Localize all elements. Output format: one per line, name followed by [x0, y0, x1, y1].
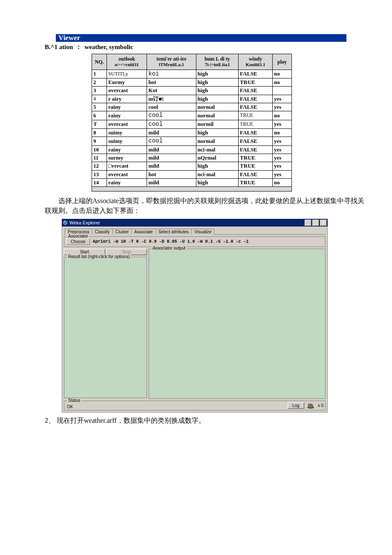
column-header: outlookn>=>rniii31 — [107, 54, 147, 70]
cell-hum: normal — [196, 137, 239, 146]
cell-no: 8 — [92, 129, 107, 137]
cell-no: 4 — [92, 95, 107, 103]
table-row: TovercastcoolnormilTRUEyes — [92, 120, 292, 129]
status-bar: Status OK Log x 0 — [64, 401, 326, 410]
cell-outlook: rainy — [107, 103, 147, 111]
cell-outlook: SUTITLy — [107, 70, 147, 78]
relation-heading: B.^1 ation：weather, symbolic — [45, 43, 366, 51]
cell-no: 10 — [92, 145, 107, 154]
table-row: 12□vercastmildhighTRUEyes — [92, 162, 292, 170]
cell-windy: FALSE — [239, 87, 273, 95]
table-row: 2EurmyhothighTRUEno — [92, 78, 292, 87]
weka-app-icon — [63, 220, 68, 225]
table-spacer — [92, 187, 292, 192]
cell-play: yes — [273, 162, 292, 170]
table-row: 4r airym订■!highFALSEyes — [92, 95, 292, 103]
cell-hum: nQrmal — [196, 154, 239, 162]
cell-temp: cool — [147, 137, 196, 146]
log-button[interactable]: Log — [288, 402, 304, 409]
instruction-paragraph: 选择上端的Associate选项页，即数据挖掘中的关联规则挖掘选项，此处要做的是… — [45, 196, 366, 215]
cell-temp: koi — [147, 70, 196, 78]
result-list-panel[interactable]: Result list (right-click for options) — [64, 257, 147, 398]
column-header: play — [273, 54, 292, 70]
weka-tabbar: PreprocessClassifyClusterAssociateSelect… — [64, 228, 326, 235]
status-legend: Status — [67, 398, 81, 403]
step2-text: 现在打开weather.arff，数据集中的类别换成数字。 — [57, 417, 205, 424]
cell-temp: mild — [147, 154, 196, 162]
cell-no: 3 — [92, 87, 107, 95]
cell-temp: mild — [147, 129, 196, 137]
cell-outlook: surmy — [107, 154, 147, 162]
cell-no: 1 — [92, 70, 107, 78]
cell-hum: nci-mal — [196, 170, 239, 178]
cell-no: 12 — [92, 162, 107, 170]
cell-hum: normal — [196, 111, 239, 120]
weka-explorer-window: Weka Explorer _ □ × PreprocessClassifyCl… — [62, 219, 328, 413]
associator-legend: Associator — [67, 234, 89, 238]
cell-temp: hot — [147, 170, 196, 178]
cell-outlook: suimy — [107, 137, 147, 146]
cell-outlook: rainy — [107, 111, 147, 120]
cell-play — [273, 87, 292, 95]
cell-no: 13 — [92, 170, 107, 178]
result-list-legend: Result list (right-click for options) — [67, 254, 131, 259]
column-header: NQ. — [92, 54, 107, 70]
associator-fieldset: Associator Choose Apriori -W 10 -T 0 -C … — [64, 236, 326, 247]
cell-outlook: □vercast — [107, 162, 147, 170]
cell-temp: mild — [147, 178, 196, 186]
cell-temp: mild — [147, 162, 196, 170]
tab-select-attributes[interactable]: Select attributes — [156, 229, 192, 235]
cell-windy: FALSE — [239, 95, 273, 103]
cell-hum: nci-mal — [196, 145, 239, 154]
cell-windy: FALSE — [239, 145, 273, 154]
cell-windy: TRUE — [239, 78, 273, 87]
cell-hum: high — [196, 162, 239, 170]
cell-hum: high — [196, 78, 239, 87]
table-row: 8suimymildhighFALSEno — [92, 129, 292, 137]
step2-paragraph: 2、现在打开weather.arff，数据集中的类别换成数字。 — [45, 416, 366, 425]
cell-no: 5 — [92, 103, 107, 111]
cell-windy: FALSE — [239, 129, 273, 137]
cell-play: yes — [273, 95, 292, 103]
table-row: 6rainycoolnormalTRUEno — [92, 111, 292, 120]
table-row: 1SUTITLykoihighFALSEno — [92, 70, 292, 78]
cell-no: 9 — [92, 137, 107, 146]
heading-right: weather, symbolic — [84, 44, 133, 50]
algorithm-text[interactable]: Apriori -W 10 -T 0 -C 0.9 -D 0.05 -U 1.0… — [92, 239, 248, 244]
output-legend: Associator output — [151, 246, 187, 250]
cell-windy: FALSE — [239, 70, 273, 78]
cell-windy: FALSE — [239, 170, 273, 178]
tab-visualize[interactable]: Visualize — [191, 229, 214, 235]
cell-outlook: overcast — [107, 120, 147, 129]
output-textarea[interactable] — [149, 249, 326, 399]
tab-classify[interactable]: Classify — [92, 229, 113, 235]
cell-temp: cool — [147, 111, 196, 120]
cell-outlook: overcast — [107, 170, 147, 178]
tab-associate[interactable]: Associate — [131, 229, 156, 235]
cell-outlook: r airy — [107, 95, 147, 103]
cell-outlook: rainy — [107, 178, 147, 186]
table-row: 10rainymildnci-malFALSEyes — [92, 145, 292, 154]
cell-no: T — [92, 120, 107, 129]
minimize-button[interactable]: _ — [305, 220, 311, 226]
close-button[interactable]: × — [320, 220, 327, 226]
table-row: 14rainymildhighTRUEno — [92, 178, 292, 186]
cell-hum: high — [196, 95, 239, 103]
cell-temp: mild — [147, 145, 196, 154]
cell-outlook: rainy — [107, 145, 147, 154]
maximize-button[interactable]: □ — [312, 220, 319, 226]
svg-point-4 — [308, 404, 308, 404]
choose-button[interactable]: Choose — [66, 238, 90, 245]
cell-outlook: Eurmy — [107, 78, 147, 87]
cell-hum: high — [196, 129, 239, 137]
cell-hum: normal — [196, 103, 239, 111]
cell-no: 2 — [92, 78, 107, 87]
column-header: windyKoniiii3.1 — [239, 54, 273, 70]
cell-temp: Kot — [147, 87, 196, 95]
column-header: temi'er ati-irelTMrniiLa.1 — [147, 54, 196, 70]
tab-cluster[interactable]: Cluster — [112, 229, 132, 235]
cell-windy: TRUE — [239, 162, 273, 170]
heading-left: B.^1 ation — [45, 44, 73, 50]
cell-windy: TRUE — [239, 178, 273, 186]
cell-play: yes — [273, 145, 292, 154]
